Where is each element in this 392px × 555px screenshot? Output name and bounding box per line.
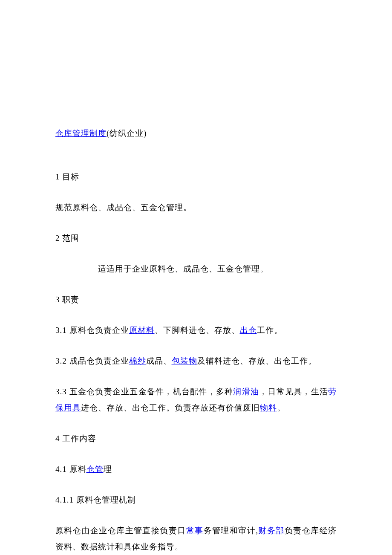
text: 务管理和审计,	[204, 526, 258, 535]
section-3-heading: 3 职责	[55, 292, 337, 308]
section-2-body: 适适用于企业原料仓、成品仓、五金仓管理。	[55, 261, 337, 277]
text: 。	[277, 403, 285, 412]
document-title: 仓库管理制度(纺织企业)	[55, 128, 337, 139]
section-4-heading: 4 工作内容	[55, 431, 337, 447]
link-warehouse-mgmt[interactable]: 仓管	[86, 465, 104, 474]
link-daily-affairs[interactable]: 常事	[186, 526, 204, 535]
section-3-3: 3.3 五金仓负责企业五金备件，机台配件，多种润滑油，日常见具，生活劳保用具进仓…	[55, 384, 337, 416]
section-4-1-1: 4.1.1 原料仓管理机制	[55, 492, 337, 508]
text: 进仓、存放、出仓工作。负责存放还有价值废旧	[81, 403, 260, 412]
text: 3.1 原料仓负责企业	[55, 326, 129, 335]
text: 原料仓由企业仓库主管直接负责日	[55, 526, 186, 535]
text: 3.3 五金仓负责企业五金备件，机台配件，多种	[55, 387, 233, 396]
text: 理	[104, 465, 112, 474]
text: 及辅料进仓、存放、出仓工作。	[197, 356, 317, 365]
link-raw-material[interactable]: 原材料	[129, 326, 155, 335]
section-4-1-1-body: 原料仓由企业仓库主管直接负责日常事务管理和审计,财务部负责仓库经济资料、数据统计…	[55, 523, 337, 555]
section-2-heading: 2 范围	[55, 230, 337, 246]
document-page: 仓库管理制度(纺织企业) 1 目标 规范原料仓、成品仓、五金仓管理。 2 范围 …	[0, 0, 392, 555]
link-out-warehouse[interactable]: 出仓	[240, 326, 257, 335]
section-1-heading: 1 目标	[55, 169, 337, 185]
section-3-2: 3.2 成品仓负责企业棉纱成品、包装物及辅料进仓、存放、出仓工作。	[55, 353, 337, 369]
section-3-1: 3.1 原料仓负责企业原材料、下脚料进仓、存放、出仓工作。	[55, 322, 337, 338]
text: 成品、	[146, 356, 172, 365]
section-1-body: 规范原料仓、成品仓、五金仓管理。	[55, 199, 337, 216]
text: 4.1 原料	[55, 465, 86, 474]
text: 、下脚料进仓、存放、	[155, 326, 240, 335]
text: ，日常见具，生活	[259, 387, 328, 396]
text: 3.2 成品仓负责企业	[55, 356, 129, 365]
link-material[interactable]: 物料	[260, 403, 277, 412]
title-link[interactable]: 仓库管理制度	[55, 129, 107, 138]
title-suffix: (纺织企业)	[107, 129, 147, 138]
link-lubricant[interactable]: 润滑油	[233, 387, 259, 396]
link-cotton-yarn[interactable]: 棉纱	[129, 356, 146, 365]
link-packaging[interactable]: 包装物	[172, 356, 197, 365]
link-finance-dept[interactable]: 财务部	[258, 526, 285, 535]
text: 工作。	[257, 326, 282, 335]
section-4-1: 4.1 原料仓管理	[55, 461, 337, 477]
